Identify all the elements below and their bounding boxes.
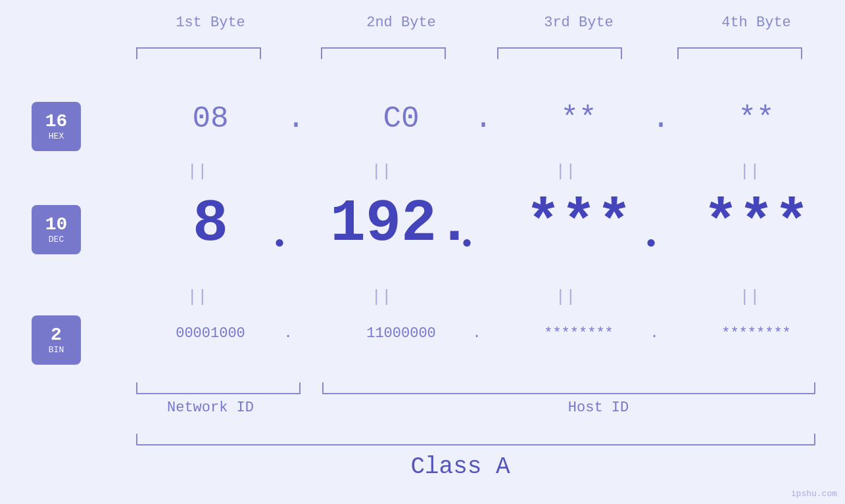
hex-value-3: ** — [490, 102, 667, 136]
bottom-bracket-host — [322, 382, 815, 394]
hex-dot-12: . — [279, 102, 312, 136]
host-id-label: Host ID — [467, 400, 730, 416]
bin-dot-34: . — [644, 325, 664, 342]
byte-1-label: 1st Byte — [122, 14, 299, 31]
bin-value-1: 00001000 — [122, 325, 299, 342]
equals-dec-bin-2: || — [362, 287, 401, 307]
byte-2-label: 2nd Byte — [312, 14, 490, 31]
class-label: Class A — [263, 453, 658, 480]
hex-badge-number: 16 — [45, 112, 68, 132]
dec-dot-12: ● — [263, 233, 296, 253]
bin-badge: 2 BIN — [32, 315, 81, 365]
dec-badge-number: 10 — [45, 215, 68, 235]
bin-dot-23: . — [467, 325, 487, 342]
network-id-label: Network ID — [122, 400, 299, 416]
hex-badge: 16 HEX — [32, 102, 81, 151]
full-bottom-bracket — [136, 434, 815, 446]
equals-hex-dec-1: || — [178, 162, 217, 181]
bin-value-4: ******** — [667, 325, 845, 342]
top-bracket-4 — [677, 47, 802, 59]
top-bracket-1 — [136, 47, 261, 59]
dec-dot-23: ● — [450, 233, 483, 253]
top-bracket-3 — [497, 47, 622, 59]
equals-hex-dec-3: || — [546, 162, 585, 181]
dec-badge: 10 DEC — [32, 205, 81, 254]
bin-value-3: ******** — [490, 325, 667, 342]
equals-dec-bin-4: || — [730, 287, 769, 307]
dec-badge-label: DEC — [49, 235, 64, 244]
hex-value-4: ** — [667, 102, 845, 136]
equals-hex-dec-2: || — [362, 162, 401, 181]
dec-dot-34: ● — [635, 233, 667, 253]
byte-4-label: 4th Byte — [667, 14, 845, 31]
bin-badge-number: 2 — [51, 325, 62, 346]
bin-value-2: 11000000 — [312, 325, 490, 342]
hex-badge-label: HEX — [49, 131, 64, 141]
bin-dot-12: . — [278, 325, 298, 342]
dec-value-4: *** — [667, 191, 845, 258]
equals-dec-bin-3: || — [546, 287, 585, 307]
bin-badge-label: BIN — [49, 345, 64, 355]
bottom-bracket-network — [136, 382, 301, 394]
hex-value-2: C0 — [312, 102, 490, 136]
hex-value-1: 08 — [122, 102, 299, 136]
equals-hex-dec-4: || — [730, 162, 769, 181]
byte-3-label: 3rd Byte — [490, 14, 667, 31]
equals-dec-bin-1: || — [178, 287, 217, 307]
watermark: ipshu.com — [791, 489, 837, 499]
top-bracket-2 — [321, 47, 446, 59]
